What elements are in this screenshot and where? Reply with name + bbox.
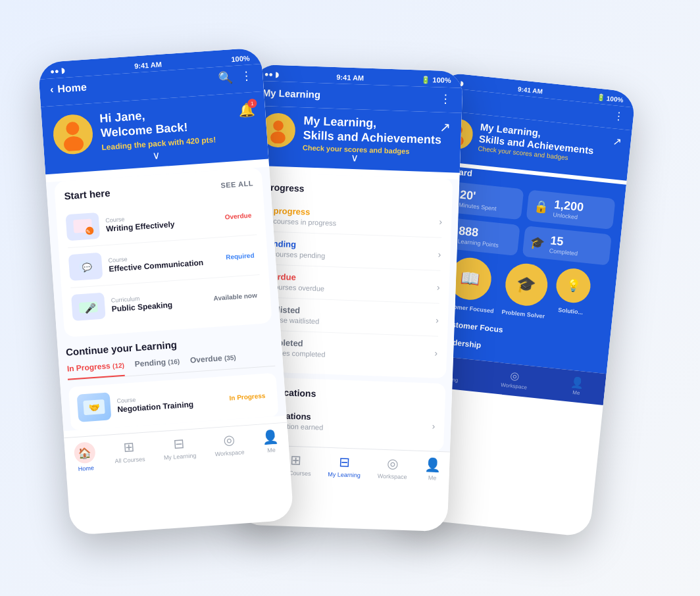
chevron-waitlisted: › [436, 314, 439, 325]
all-courses-icon: ⊞ [123, 439, 136, 455]
nav-me[interactable]: 👤 Me [262, 429, 280, 460]
thumb-negotiation: 🤝 [77, 393, 112, 422]
svg-point-1 [63, 136, 84, 152]
negotiation-info: Course Negotiation Training [116, 390, 219, 414]
workspace-icon: ◎ [222, 432, 235, 448]
signal-icon-p2: ●● ◗ [264, 70, 280, 79]
chevron-cert: › [432, 420, 435, 431]
chevron-p2[interactable]: ∨ [351, 151, 359, 164]
badge-overdue: Overdue [220, 210, 255, 222]
signal-icon: ●● ◗ [50, 66, 65, 76]
battery-phone3: 🔋 100% [597, 93, 624, 103]
chevron-overdue: › [437, 282, 440, 292]
chevron-pending: › [438, 249, 441, 259]
nav-my-learning-p2[interactable]: ⊟ My Learning [328, 453, 361, 479]
badge-available: Available now [209, 290, 261, 303]
score-completed: 🎓 15 Completed [522, 226, 612, 266]
start-here-title: Start here [64, 187, 111, 202]
bottom-nav-phone1: 🏠 Home ⊞ All Courses ⊟ My Learning ◎ Wor… [64, 422, 290, 482]
lock-icon: 🔒 [534, 199, 549, 214]
nav-workspace[interactable]: ◎ Workspace [214, 432, 245, 463]
page-title-phone1: Home [57, 82, 88, 95]
hero-text-phone2: My Learning, Skills and Achievements Che… [303, 114, 442, 156]
nav-workspace2-p3[interactable]: ◎ Workspace [501, 368, 529, 391]
svg-text:🤝: 🤝 [88, 402, 101, 414]
svg-text:✎: ✎ [86, 229, 91, 235]
hero-phone2: My Learning, Skills and Achievements Che… [249, 106, 462, 173]
course-thumb-writing: ✎ [66, 212, 101, 241]
nav-home[interactable]: 🏠 Home [74, 441, 97, 472]
svg-point-0 [66, 121, 80, 135]
notification-badge: 1 [247, 99, 257, 109]
nav-all-courses[interactable]: ⊞ All Courses [113, 438, 145, 470]
svg-text:💬: 💬 [82, 262, 93, 272]
tab-overdue[interactable]: Overdue (35) [190, 353, 237, 372]
nav-my-learning[interactable]: ⊟ My Learning [162, 435, 197, 466]
home-icon: 🏠 [74, 441, 96, 464]
more-icon-p3[interactable]: ⋮ [613, 109, 625, 123]
hero-chevron[interactable]: ∨ [152, 149, 161, 162]
svg-point-12 [270, 131, 286, 143]
chevron-completed: › [434, 347, 438, 358]
back-home[interactable]: ‹ Home [50, 82, 88, 96]
tab-inprogress[interactable]: In Progress (12) [66, 360, 125, 380]
search-icon[interactable]: 🔍 [218, 70, 233, 85]
progress-completed[interactable]: Completed 4 courses completed › [258, 330, 438, 368]
nav-me-p2[interactable]: 👤 Me [424, 457, 441, 482]
chevron-inprogress: › [439, 216, 442, 226]
more-icon[interactable]: ⋮ [240, 68, 253, 84]
badge-inprogress: In Progress [225, 390, 270, 403]
top-icons: 🔍 ⋮ [218, 68, 253, 86]
nav-workspace-p2[interactable]: ◎ Workspace [378, 455, 408, 481]
battery-phone2: 🔋 100% [421, 76, 451, 86]
svg-point-11 [273, 120, 284, 131]
time-phone2: 9:41 AM [336, 73, 364, 82]
course-info-speaking: Curriculum Public Speaking [111, 291, 203, 314]
phone-home: ●● ◗ 9:41 AM 100% ‹ Home 🔍 ⋮ [38, 47, 293, 535]
course-thumb-speaking: 🎤 [71, 293, 106, 321]
badge-required: Required [222, 250, 259, 262]
progress-title: Progress [264, 182, 443, 199]
avatar-phone1 [52, 113, 94, 155]
me-icon: 👤 [262, 429, 280, 446]
hero-text-phone3: My Learning, Skills and Achievements Che… [478, 121, 595, 164]
course-thumb-comm: 💬 [68, 253, 103, 281]
nav-me-p3[interactable]: 👤 Me [569, 376, 584, 397]
continue-item-negotiation[interactable]: 🤝 Course Negotiation Training In Progres… [68, 373, 279, 431]
back-icon: ‹ [50, 84, 55, 95]
time-phone3: 9:41 AM [517, 86, 543, 95]
my-learning-icon: ⊟ [173, 435, 186, 452]
share-icon-p2[interactable]: ↗ [439, 119, 451, 136]
course-info-writing: Course Writing Effectively [105, 209, 215, 233]
badge-solution: 💡 [555, 267, 592, 305]
graduation-icon: 🎓 [530, 235, 545, 251]
time-phone1: 9:41 AM [134, 60, 162, 70]
more-icon-p2[interactable]: ⋮ [439, 91, 452, 107]
svg-text:🎤: 🎤 [84, 303, 97, 314]
share-icon-p3[interactable]: ↗ [612, 135, 622, 148]
hero-text-phone1: Hi Jane, Welcome Back! Leading the pack … [99, 104, 216, 152]
score-unlocked: 🔒 1,200 Unlocked [526, 189, 615, 230]
see-all-button[interactable]: SEE ALL [220, 179, 253, 189]
tab-pending[interactable]: Pending (16) [134, 357, 180, 376]
battery-phone1: 100% [231, 54, 250, 63]
start-here-section: Start here SEE ALL ✎ Course Writing [54, 168, 272, 337]
course-info-comm: Course Effective Communication [108, 249, 216, 273]
badge-problem-solver: 🎓 [503, 262, 549, 308]
top-title-p2: My Learning [262, 87, 321, 100]
